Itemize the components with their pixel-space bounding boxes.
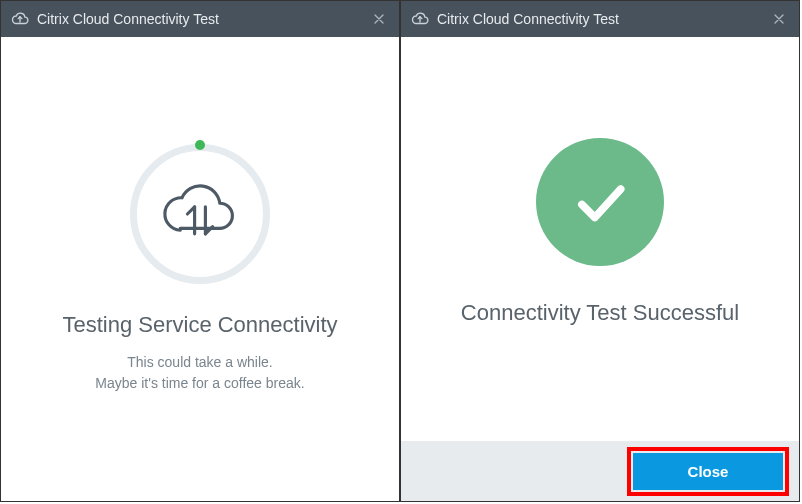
close-button[interactable]: Close xyxy=(633,453,783,490)
window-title: Citrix Cloud Connectivity Test xyxy=(437,11,769,27)
status-subtext: This could take a while. Maybe it's time… xyxy=(95,352,304,394)
close-icon[interactable] xyxy=(369,9,389,29)
titlebar: Citrix Cloud Connectivity Test xyxy=(1,1,399,37)
dialog-footer: Close xyxy=(401,441,799,501)
progress-spinner xyxy=(130,144,270,284)
content-testing: Testing Service Connectivity This could … xyxy=(1,37,399,501)
highlight-annotation: Close xyxy=(627,447,789,496)
dialog-testing: Citrix Cloud Connectivity Test Testing S… xyxy=(0,0,400,502)
subtext-line-2: Maybe it's time for a coffee break. xyxy=(95,373,304,394)
dialog-success: Citrix Cloud Connectivity Test Connectiv… xyxy=(400,0,800,502)
close-icon[interactable] xyxy=(769,9,789,29)
spinner-ring xyxy=(130,144,270,284)
cloud-upload-icon xyxy=(11,10,29,28)
spinner-dot xyxy=(195,140,205,150)
window-title: Citrix Cloud Connectivity Test xyxy=(37,11,369,27)
content-success: Connectivity Test Successful xyxy=(401,37,799,441)
status-heading: Testing Service Connectivity xyxy=(62,312,337,338)
titlebar: Citrix Cloud Connectivity Test xyxy=(401,1,799,37)
subtext-line-1: This could take a while. xyxy=(95,352,304,373)
status-heading: Connectivity Test Successful xyxy=(461,300,739,326)
cloud-upload-icon xyxy=(411,10,429,28)
success-checkmark-icon xyxy=(536,138,664,266)
